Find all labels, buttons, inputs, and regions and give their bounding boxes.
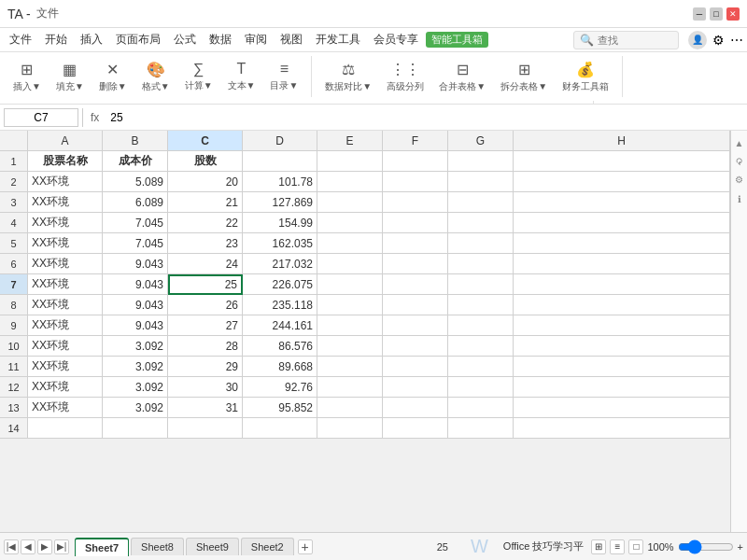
- cell-A7[interactable]: XX环境: [28, 274, 103, 295]
- cell-C11[interactable]: 29: [168, 357, 243, 377]
- close-btn[interactable]: ✕: [726, 7, 740, 21]
- menu-insert[interactable]: 插入: [75, 30, 108, 49]
- cell-A3[interactable]: XX环境: [28, 192, 103, 213]
- zoom-page-btn[interactable]: □: [628, 539, 643, 554]
- row-number-3[interactable]: 3: [0, 192, 28, 213]
- zoom-slider[interactable]: [678, 542, 734, 552]
- cell-F9[interactable]: [383, 315, 448, 336]
- cell-C3[interactable]: 21: [168, 192, 243, 213]
- cell-E6[interactable]: [317, 254, 383, 274]
- cell-H3[interactable]: [514, 192, 730, 213]
- cell-G5[interactable]: [448, 233, 514, 254]
- menu-file[interactable]: 文件: [4, 30, 37, 49]
- menu-review[interactable]: 审阅: [239, 30, 273, 49]
- split-table-btn[interactable]: ⊞ 拆分表格▼: [495, 59, 553, 95]
- cell-A6[interactable]: XX环境: [28, 254, 103, 274]
- cell-F4[interactable]: [383, 213, 448, 233]
- cell-B5[interactable]: 7.045: [103, 233, 168, 254]
- cell-D1[interactable]: [243, 151, 317, 172]
- cell-C10[interactable]: 28: [168, 336, 243, 357]
- cell-E10[interactable]: [317, 336, 383, 357]
- cell-F8[interactable]: [383, 295, 448, 315]
- row-number-12[interactable]: 12: [0, 377, 28, 398]
- advanced-split-btn[interactable]: ⋮⋮ 高级分列: [381, 59, 430, 95]
- settings-icon[interactable]: ⚙: [712, 33, 725, 48]
- cell-B1[interactable]: 成本价: [103, 151, 168, 172]
- cell-B12[interactable]: 3.092: [103, 377, 168, 398]
- cell-G14[interactable]: [448, 418, 514, 439]
- cell-G9[interactable]: [448, 315, 514, 336]
- cell-F11[interactable]: [383, 357, 448, 377]
- cell-C1[interactable]: 股数: [168, 151, 243, 172]
- cell-G10[interactable]: [448, 336, 514, 357]
- col-header-f[interactable]: F: [383, 131, 448, 151]
- right-panel-arrow-up[interactable]: ▲: [735, 138, 744, 148]
- row-number-7[interactable]: 7: [0, 274, 28, 295]
- cell-D6[interactable]: 217.032: [243, 254, 317, 274]
- search-input[interactable]: [598, 35, 672, 46]
- cell-G12[interactable]: [448, 377, 514, 398]
- col-header-g[interactable]: G: [448, 131, 514, 151]
- formula-input[interactable]: [106, 109, 743, 126]
- zoom-normal-btn[interactable]: ≡: [610, 539, 625, 554]
- right-panel-settings[interactable]: ⚙: [735, 175, 743, 185]
- sheet-tab-sheet7[interactable]: Sheet7: [75, 538, 129, 556]
- cell-E7[interactable]: [317, 274, 383, 295]
- cell-G7[interactable]: [448, 274, 514, 295]
- cell-D2[interactable]: 101.78: [243, 172, 317, 192]
- menu-view[interactable]: 视图: [275, 30, 308, 49]
- row-number-10[interactable]: 10: [0, 336, 28, 357]
- cell-F2[interactable]: [383, 172, 448, 192]
- row-number-9[interactable]: 9: [0, 315, 28, 336]
- cell-G2[interactable]: [448, 172, 514, 192]
- right-panel-info[interactable]: ℹ: [738, 194, 741, 204]
- calc-btn[interactable]: ∑ 计算▼: [179, 59, 218, 94]
- cell-E12[interactable]: [317, 377, 383, 398]
- cell-E9[interactable]: [317, 315, 383, 336]
- cell-A13[interactable]: XX环境: [28, 398, 103, 418]
- cell-C8[interactable]: 26: [168, 295, 243, 315]
- cell-H14[interactable]: [514, 418, 730, 439]
- tab-nav-prev[interactable]: ◀: [21, 539, 35, 554]
- cell-A9[interactable]: XX环境: [28, 315, 103, 336]
- cell-A11[interactable]: XX环境: [28, 357, 103, 377]
- cell-A1[interactable]: 股票名称: [28, 151, 103, 172]
- zoom-layout-btn[interactable]: ⊞: [591, 539, 606, 554]
- cell-E5[interactable]: [317, 233, 383, 254]
- cell-F10[interactable]: [383, 336, 448, 357]
- cell-F14[interactable]: [383, 418, 448, 439]
- cell-E11[interactable]: [317, 357, 383, 377]
- menu-data[interactable]: 数据: [204, 30, 237, 49]
- cell-G11[interactable]: [448, 357, 514, 377]
- row-number-1[interactable]: 1: [0, 151, 28, 172]
- minimize-btn[interactable]: ─: [693, 7, 706, 21]
- cell-D9[interactable]: 244.161: [243, 315, 317, 336]
- user-icon[interactable]: 👤: [688, 31, 707, 49]
- menu-formula[interactable]: 公式: [168, 30, 202, 49]
- cell-G4[interactable]: [448, 213, 514, 233]
- cell-E8[interactable]: [317, 295, 383, 315]
- maximize-btn[interactable]: □: [710, 7, 723, 21]
- text-btn[interactable]: T 文本▼: [222, 59, 261, 94]
- add-sheet-btn[interactable]: +: [298, 539, 313, 554]
- cell-D14[interactable]: [243, 418, 317, 439]
- cell-D10[interactable]: 86.576: [243, 336, 317, 357]
- cell-B14[interactable]: [103, 418, 168, 439]
- cell-H11[interactable]: [514, 357, 730, 377]
- cell-C13[interactable]: 31: [168, 398, 243, 418]
- cell-C4[interactable]: 22: [168, 213, 243, 233]
- more-icon[interactable]: ⋯: [730, 33, 743, 48]
- col-header-b[interactable]: B: [103, 131, 168, 151]
- cell-H7[interactable]: [514, 274, 730, 295]
- cell-D8[interactable]: 235.118: [243, 295, 317, 315]
- merge-table-btn[interactable]: ⊟ 合并表格▼: [433, 59, 491, 95]
- cell-H2[interactable]: [514, 172, 730, 192]
- right-panel-rotate[interactable]: ⟳: [734, 158, 744, 165]
- menu-dev[interactable]: 开发工具: [310, 30, 366, 49]
- cell-A5[interactable]: XX环境: [28, 233, 103, 254]
- cell-H13[interactable]: [514, 398, 730, 418]
- cell-C14[interactable]: [168, 418, 243, 439]
- row-number-6[interactable]: 6: [0, 254, 28, 274]
- tab-nav-next[interactable]: ▶: [37, 539, 52, 554]
- cell-H9[interactable]: [514, 315, 730, 336]
